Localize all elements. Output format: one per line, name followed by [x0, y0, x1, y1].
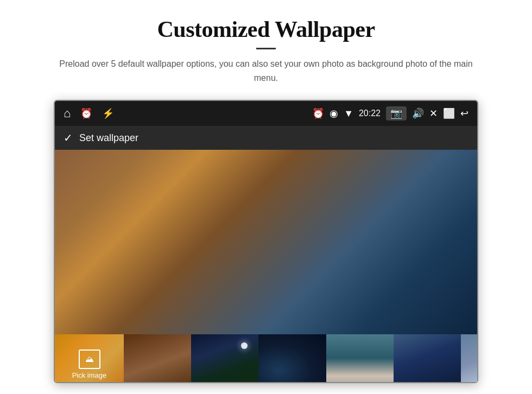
wallpaper-thumb-5[interactable] [394, 334, 461, 383]
back-icon[interactable]: ↩ [460, 109, 468, 118]
close-icon[interactable]: ✕ [429, 109, 438, 118]
pick-image-icon [79, 349, 100, 369]
toolbar: ✓ Set wallpaper [55, 126, 477, 150]
wallpaper-thumb-2[interactable] [191, 334, 258, 383]
usb-icon: ⚡ [102, 109, 114, 118]
page-subtitle: Preload over 5 default wallpaper options… [54, 57, 478, 85]
wallpaper-thumb-3[interactable] [258, 334, 326, 383]
toolbar-label: Set wallpaper [79, 132, 138, 144]
check-icon[interactable]: ✓ [64, 131, 73, 144]
location-icon: ◉ [330, 109, 338, 118]
alarm-icon-right: ⏰ [312, 109, 324, 118]
title-divider [256, 48, 276, 49]
status-bar: ⌂ ⏰ ⚡ ⏰ ◉ ▼ 20:22 📷 🔊 ✕ ⬜ ↩ [55, 101, 477, 126]
status-right-icons: ⏰ ◉ ▼ 20:22 📷 🔊 ✕ ⬜ ↩ [312, 106, 468, 120]
volume-icon[interactable]: 🔊 [412, 109, 424, 118]
home-icon[interactable]: ⌂ [64, 106, 71, 120]
status-left-icons: ⌂ ⏰ ⚡ [64, 106, 114, 120]
camera-button[interactable]: 📷 [386, 106, 407, 120]
page-title: Customized Wallpaper [54, 16, 478, 42]
title-section: Customized Wallpaper Preload over 5 defa… [54, 16, 478, 85]
wallpaper-thumb-4[interactable] [326, 334, 394, 383]
alarm-icon-left: ⏰ [80, 109, 92, 118]
window-icon[interactable]: ⬜ [443, 109, 455, 118]
thumbnail-strip: Pick image [55, 334, 477, 383]
page-container: Customized Wallpaper Preload over 5 defa… [0, 0, 532, 394]
wifi-icon: ▼ [344, 109, 353, 118]
pick-image-label: Pick image [72, 371, 107, 379]
wallpaper-preview [55, 150, 477, 334]
time-display: 20:22 [359, 109, 381, 118]
pick-image-button[interactable]: Pick image [55, 334, 124, 383]
wallpaper-thumb-1[interactable] [124, 334, 191, 383]
wallpaper-thumb-partial[interactable] [461, 334, 477, 383]
device-frame: ⌂ ⏰ ⚡ ⏰ ◉ ▼ 20:22 📷 🔊 ✕ ⬜ ↩ ✓ Set wallpa… [54, 100, 478, 383]
camera-icon: 📷 [390, 109, 402, 118]
